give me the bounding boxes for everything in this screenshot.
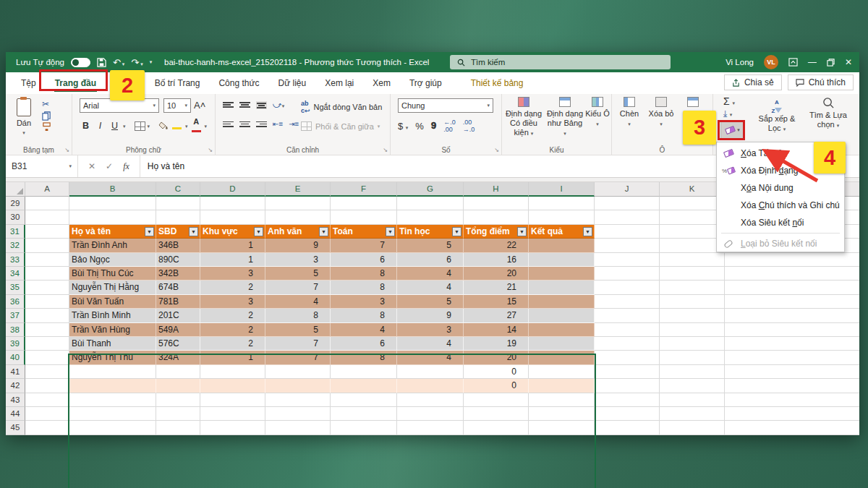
menu-item-clear-hyperlinks[interactable]: Xóa Siêu kết nối [717,214,844,231]
cell-A30[interactable] [25,210,69,224]
cell-E40[interactable]: 7 [265,351,331,364]
number-format-select[interactable]: Chung▾ [398,98,493,113]
cell-B45[interactable] [69,421,156,435]
cell-B31[interactable]: Họ và tên▼ [69,225,156,239]
cell-A38[interactable] [25,323,69,337]
row-header-41[interactable]: 41 [6,365,25,379]
cell-J41[interactable] [595,365,660,379]
cell-G43[interactable] [397,393,464,407]
cell-I33[interactable] [529,253,595,267]
cell-B38[interactable]: Trần Văn Hùng [69,323,156,337]
cell-A41[interactable] [25,365,69,379]
cell-A39[interactable] [25,337,69,351]
cell-C31[interactable]: SBD▼ [156,225,200,239]
cell-D34[interactable]: 3 [200,267,265,281]
cell-E43[interactable] [265,393,331,407]
cell-J38[interactable] [595,323,660,337]
cell-J35[interactable] [595,281,660,294]
cell-J43[interactable] [595,393,660,407]
font-color-dropdown[interactable]: ▾ [205,124,208,129]
cut-icon[interactable]: ✂ [42,98,51,110]
search-box[interactable]: Tìm kiếm [450,55,671,69]
cell-D36[interactable]: 3 [200,295,265,309]
cell-D41[interactable] [200,365,265,379]
cell-C29[interactable] [156,197,200,210]
accounting-format-button[interactable]: $ ▾ [398,121,408,132]
cell-C32[interactable]: 346B [156,239,200,252]
cell-K30[interactable] [660,210,725,224]
alignment-dialog-launcher[interactable]: ↘ [383,147,388,153]
cell-H37[interactable]: 27 [464,309,529,322]
align-center-icon[interactable] [239,120,250,128]
cancel-icon[interactable]: ✕ [88,161,95,171]
cell-D39[interactable]: 2 [200,337,265,351]
cell-G36[interactable]: 5 [397,295,464,309]
cell-C39[interactable]: 576C [156,337,200,351]
cell-G41[interactable] [397,365,464,379]
cell-G31[interactable]: Tin học▼ [397,225,464,239]
cell-A45[interactable] [25,421,69,435]
cell-J39[interactable] [595,337,660,351]
cell-A40[interactable] [25,351,69,364]
cell-B41[interactable] [69,365,156,379]
cell-J30[interactable] [595,210,660,224]
cell-H35[interactable]: 21 [464,281,529,294]
cell-H43[interactable] [464,393,529,407]
cell-B29[interactable] [69,197,156,210]
cell-F34[interactable]: 8 [331,267,397,281]
cell-D42[interactable] [200,379,265,393]
cell-F44[interactable] [331,407,397,421]
cell-A42[interactable] [25,379,69,393]
decrease-indent-icon[interactable]: ⇤≡ [273,120,283,128]
minimize-button[interactable]: — [808,57,817,67]
row-header-30[interactable]: 30 [6,210,25,224]
cell-C35[interactable]: 674B [156,281,200,294]
tab-du-lieu[interactable]: Dữ liệu [268,72,315,94]
cell-D38[interactable]: 2 [200,323,265,337]
row-header-45[interactable]: 45 [6,421,25,435]
cell-I36[interactable] [529,295,595,309]
filter-button-I[interactable]: ▼ [583,227,592,236]
cell-H29[interactable] [464,197,529,210]
cell-D40[interactable]: 1 [200,351,265,364]
cell-C40[interactable]: 324A [156,351,200,364]
cell-C33[interactable]: 890C [156,253,200,267]
font-size-select[interactable]: 10▾ [163,98,191,113]
row-header-42[interactable]: 42 [6,379,25,393]
undo-button[interactable]: ↶ ▾ [113,58,124,67]
tab-cong-thuc[interactable]: Công thức [209,72,268,94]
cell-fill-40[interactable] [725,351,859,364]
cell-F29[interactable] [331,197,397,210]
row-header-37[interactable]: 37 [6,309,25,322]
cell-D30[interactable] [200,210,265,224]
column-header-C[interactable]: C [156,182,200,197]
filter-button-G[interactable]: ▼ [452,227,461,236]
comments-button[interactable]: Chú thích [788,74,854,90]
row-header-31[interactable]: 31 [6,225,25,239]
cell-J36[interactable] [595,295,660,309]
tab-tro-giup[interactable]: Trợ giúp [400,72,451,94]
cell-B43[interactable] [69,393,156,407]
cell-A31[interactable] [25,225,69,239]
cell-D43[interactable] [200,393,265,407]
cell-C36[interactable]: 781B [156,295,200,309]
tab-bo-tri-trang[interactable]: Bố trí Trang [145,72,210,94]
avatar[interactable]: VL [764,55,778,69]
cell-B39[interactable]: Bùi Thanh [69,337,156,351]
cell-J33[interactable] [595,253,660,267]
cell-fill-38[interactable] [725,323,859,337]
cell-H40[interactable]: 20 [464,351,529,364]
filter-button-E[interactable]: ▼ [319,227,328,236]
cell-K33[interactable] [660,253,725,267]
underline-button[interactable]: U [109,120,121,132]
cell-fill-36[interactable] [725,295,859,309]
cell-fill-35[interactable] [725,281,859,294]
cell-D45[interactable] [200,421,265,435]
column-header-J[interactable]: J [595,182,660,197]
cell-J45[interactable] [595,421,660,435]
cell-D32[interactable]: 1 [200,239,265,252]
cell-G42[interactable] [397,379,464,393]
cell-E35[interactable]: 7 [265,281,331,294]
cell-G38[interactable]: 3 [397,323,464,337]
cell-B32[interactable]: Trần Đình Anh [69,239,156,252]
